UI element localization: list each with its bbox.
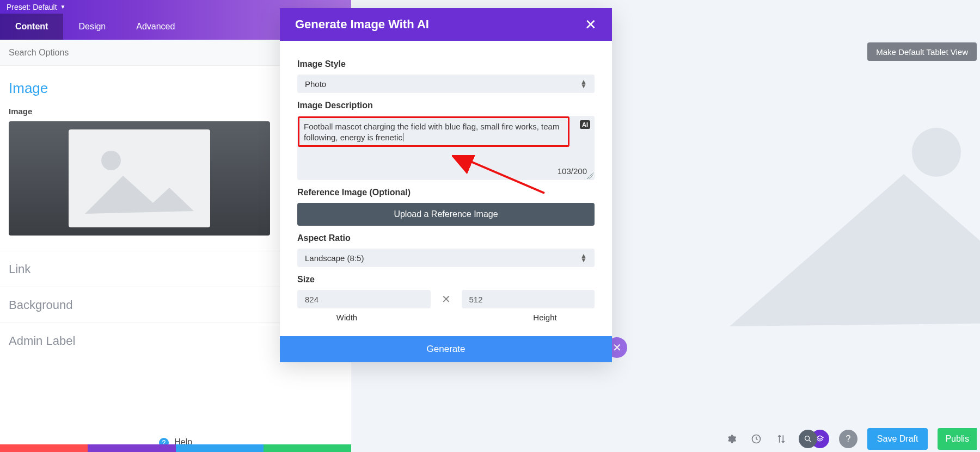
save-draft-button[interactable]: Save Draft (867, 428, 928, 450)
image-description-value: Football mascot charging the field with … (304, 122, 559, 142)
background-image-placeholder-icon (697, 103, 980, 337)
height-value: 512 (469, 295, 483, 304)
image-description-label: Image Description (297, 101, 595, 110)
width-input[interactable]: 824 (297, 290, 431, 308)
svg-point-2 (101, 151, 121, 170)
svg-point-1 (912, 128, 961, 177)
modal-header: Generate Image With AI ✕ (280, 8, 612, 41)
image-style-label: Image Style (297, 59, 595, 69)
modal-title: Generate Image With AI (295, 17, 429, 32)
publish-button[interactable]: Publis (938, 428, 977, 450)
size-multiply-icon: ✕ (442, 293, 451, 306)
make-default-view-label: Make Default Tablet View (876, 47, 968, 57)
builder-bottom-bar: ? Save Draft Publis (612, 426, 980, 452)
height-input[interactable]: 512 (462, 290, 595, 308)
svg-point-5 (805, 436, 809, 441)
caret-down-icon: ▼ (60, 4, 66, 10)
zoom-icon[interactable] (799, 430, 817, 448)
image-description-input[interactable]: Football mascot charging the field with … (297, 116, 595, 180)
svg-line-6 (809, 440, 811, 442)
generate-button[interactable]: Generate (280, 336, 612, 362)
upload-reference-label: Upload a Reference Image (394, 209, 498, 219)
width-text-label: Width (297, 313, 396, 322)
aspect-ratio-select[interactable]: Landscape (8:5) ▲▼ (297, 249, 595, 267)
select-updown-icon: ▲▼ (580, 253, 587, 262)
tab-design[interactable]: Design (63, 14, 121, 40)
panel-action-2[interactable] (88, 444, 175, 452)
ai-badge[interactable]: AI (580, 120, 590, 129)
preset-label: Preset: Default (7, 3, 57, 11)
select-updown-icon: ▲▼ (580, 79, 587, 88)
char-count: 103/200 (558, 166, 587, 176)
image-style-value: Photo (305, 79, 326, 89)
panel-action-4[interactable] (264, 444, 351, 452)
panel-action-3[interactable] (176, 444, 264, 452)
make-default-view-button[interactable]: Make Default Tablet View (867, 42, 977, 61)
tab-advanced[interactable]: Advanced (121, 14, 190, 40)
generate-image-modal: Generate Image With AI ✕ Image Style Pho… (280, 8, 612, 362)
image-upload-preview[interactable] (9, 121, 270, 236)
size-label: Size (297, 275, 595, 284)
image-style-select[interactable]: Photo ▲▼ (297, 75, 595, 93)
aspect-ratio-value: Landscape (8:5) (305, 253, 364, 263)
close-icon: ✕ (612, 341, 622, 354)
width-value: 824 (305, 295, 318, 304)
panel-action-1[interactable] (0, 444, 88, 452)
save-draft-label: Save Draft (877, 434, 918, 444)
help-circle-icon[interactable]: ? (839, 430, 857, 448)
generate-label: Generate (427, 344, 465, 355)
height-text-label: Height (495, 313, 595, 322)
modal-close-icon[interactable]: ✕ (585, 16, 597, 33)
panel-action-strip (0, 444, 351, 452)
settings-gear-icon[interactable] (724, 431, 739, 447)
upload-reference-button[interactable]: Upload a Reference Image (297, 203, 595, 226)
image-placeholder (69, 129, 210, 227)
publish-label: Publis (945, 434, 969, 444)
reference-image-label: Reference Image (Optional) (297, 188, 595, 197)
tab-content[interactable]: Content (0, 14, 63, 40)
aspect-ratio-label: Aspect Ratio (297, 233, 595, 243)
history-clock-icon[interactable] (749, 431, 764, 447)
image-placeholder-icon (79, 138, 199, 219)
resize-handle-icon[interactable] (587, 172, 593, 179)
swap-icon[interactable] (774, 431, 789, 447)
